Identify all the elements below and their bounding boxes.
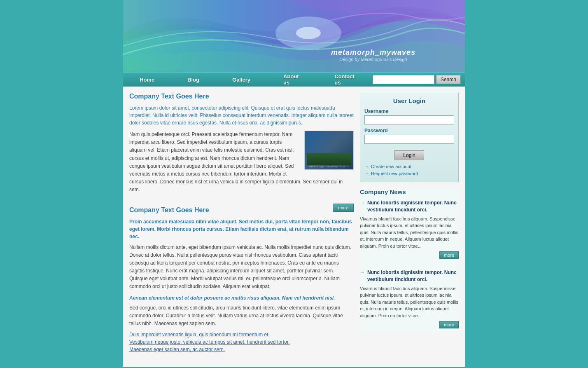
news-item-1-title: → Nunc lobortis dignissim tempor. Nunc v…	[360, 199, 459, 213]
svg-point-2	[296, 27, 321, 39]
section2-title: Company Text Goes Here	[129, 206, 354, 214]
login-links: → Create new account → Request new passw…	[364, 164, 454, 176]
section2-body2: Sed congue, orci id ultrices sollicitudi…	[129, 304, 354, 328]
news-item-2-more-button[interactable]: more	[439, 321, 459, 328]
section2-intro: Proin accumsan malesuada nibh vitae aliq…	[129, 218, 354, 240]
news-item-1: → Nunc lobortis dignissim tempor. Nunc v…	[360, 199, 459, 263]
news-arrow-1: →	[360, 199, 365, 213]
news-item-2-title: → Nunc lobortis dignissim tempor. Nunc v…	[360, 269, 459, 283]
username-label: Username	[364, 108, 454, 114]
header-title: metamorph_mywaves Design by Metamorphosi…	[331, 48, 415, 62]
arrow-icon-2: →	[364, 171, 369, 176]
username-input[interactable]	[364, 115, 454, 124]
news-item-1-more-button[interactable]: more	[439, 251, 459, 259]
nav-item-home[interactable]: Home	[123, 73, 171, 87]
nav-item-contact[interactable]: Contact us	[318, 73, 373, 87]
login-title: User Login	[364, 97, 454, 104]
content: Company Text Goes Here Lorem ipsum dolor…	[129, 93, 360, 361]
nav-links: Home Blog Gallery About us Contact us	[123, 73, 373, 87]
nav-item-about[interactable]: About us	[267, 73, 318, 87]
navigation: Home Blog Gallery About us Contact us Se…	[123, 72, 465, 87]
create-account-text: Create new account	[371, 164, 411, 169]
news-item-2-body: Vivamus blandit faucibus aliquam. Suspen…	[360, 285, 459, 319]
article-image-1	[304, 131, 354, 170]
create-account-link[interactable]: → Create new account	[364, 164, 454, 169]
section1-intro: Lorem ipsum dolor sit amet, consectetur …	[129, 104, 354, 127]
section2-italic: Aenean elementum est et dolor posuere ac…	[129, 295, 354, 301]
password-input[interactable]	[364, 135, 454, 144]
header: metamorph_mywaves Design by Metamorphosi…	[123, 0, 465, 72]
news-item-2: → Nunc lobortis dignissim tempor. Nunc v…	[360, 269, 459, 333]
sidebar: User Login Username Password Login → Cre…	[360, 93, 459, 361]
site-name: metamorph_mywaves	[331, 48, 415, 57]
news-title: Company News	[360, 188, 459, 195]
main-wrapper: Company Text Goes Here Lorem ipsum dolor…	[123, 87, 465, 367]
content-section-1: Company Text Goes Here Lorem ipsum dolor…	[129, 93, 354, 198]
section1-more-button[interactable]: more	[333, 204, 354, 212]
section2-link1[interactable]: Duis imperdiet venenatis ligula, quis bi…	[129, 332, 354, 338]
section1-title: Company Text Goes Here	[129, 93, 354, 100]
news-arrow-2: →	[360, 269, 365, 283]
nav-item-blog[interactable]: Blog	[171, 73, 216, 87]
request-password-link[interactable]: → Request new password	[364, 171, 454, 176]
news-item-1-body: Vivamus blandit faucibus aliquam. Suspen…	[360, 216, 459, 250]
login-button[interactable]: Login	[394, 150, 424, 160]
request-password-text: Request new password	[371, 171, 418, 176]
nav-search: Search	[373, 75, 465, 84]
search-input[interactable]	[373, 75, 434, 84]
company-news: Company News → Nunc lobortis dignissim t…	[360, 188, 459, 333]
user-login-box: User Login Username Password Login → Cre…	[360, 93, 459, 182]
nav-item-gallery[interactable]: Gallery	[216, 73, 267, 87]
arrow-icon-1: →	[364, 164, 369, 169]
content-section-2: Company Text Goes Here Proin accumsan ma…	[129, 206, 354, 353]
site-subtitle: Design by Metamorphosis Design	[331, 57, 415, 62]
search-button[interactable]: Search	[436, 75, 461, 84]
section2-link3[interactable]: Maecenas eget sapien sem, ac auctor sem.	[129, 347, 354, 352]
section2-body: Nullam mollis dictum ante, eget bibendum…	[129, 244, 354, 291]
section2-link2[interactable]: Vestibulum neque justo, vehicula ac temp…	[129, 339, 354, 345]
password-label: Password	[364, 128, 454, 134]
